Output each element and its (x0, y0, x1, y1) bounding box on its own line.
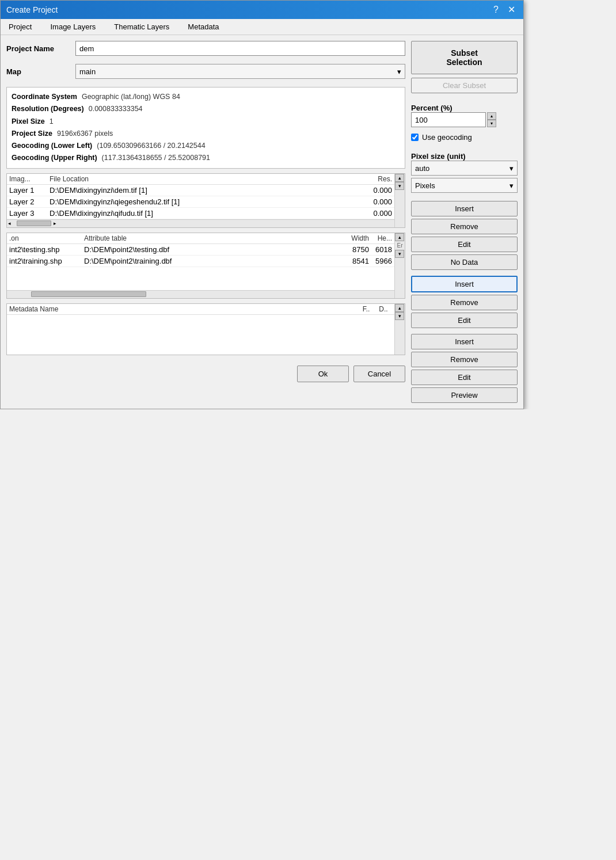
metadata-insert-button[interactable]: Insert (411, 334, 518, 349)
hscroll-left-btn[interactable]: ◂ (8, 220, 11, 226)
window-title: Create Project (6, 5, 58, 14)
use-geocoding-checkbox[interactable] (411, 134, 419, 141)
title-bar: Create Project ? ✕ (1, 1, 523, 19)
th-row1-width: 8750 (340, 245, 369, 254)
metadata-vscroll[interactable]: ▴ ▾ (394, 304, 405, 355)
image-layer-row[interactable]: Layer 3 D:\DEM\dixingyinzi\qifudu.tif [1… (7, 208, 394, 219)
img-row2-res: 0.000 (363, 197, 392, 206)
map-value: main (79, 67, 96, 76)
pixel-value: 1 (50, 116, 54, 128)
close-button[interactable]: ✕ (505, 4, 518, 16)
percent-input[interactable] (411, 112, 486, 127)
hscroll-thumb[interactable] (17, 220, 51, 226)
metadata-table: Metadata Name F.. D.. (7, 304, 394, 355)
thematic-layer-row[interactable]: int2\testing.shp D:\DEM\point2\testing.d… (7, 244, 394, 256)
thematic-layers-hscroll[interactable] (7, 290, 394, 298)
ok-button[interactable]: Ok (297, 366, 349, 382)
metadata-edit-button[interactable]: Edit (411, 370, 518, 385)
th-row1-on: int2\testing.shp (9, 245, 84, 254)
thematic-layers-header: .on Attribute table Width He... (7, 233, 394, 244)
menu-thematic-layers[interactable]: Thematic Layers (111, 21, 173, 32)
th-col-he: He... (369, 234, 392, 242)
meta-col-d: D.. (375, 305, 392, 313)
img-row2-name: Layer 2 (9, 197, 50, 206)
image-insert-button[interactable]: Insert (411, 201, 518, 216)
menu-image-layers[interactable]: Image Layers (47, 21, 99, 32)
ur-label: Geocoding (Upper Right) (12, 152, 97, 164)
th-vscroll-up-btn[interactable]: ▴ (395, 233, 404, 241)
meta-col-f: F.. (358, 305, 375, 313)
image-remove-button[interactable]: Remove (411, 219, 518, 234)
percent-spin-down[interactable]: ▾ (487, 120, 496, 127)
info-box: Coordinate System Geographic (lat./long)… (6, 87, 405, 169)
info-coord-row: Coordinate System Geographic (lat./long)… (12, 91, 400, 103)
subset-selection-button[interactable]: SubsetSelection (411, 41, 518, 74)
percent-section: Percent (%) ▴ ▾ (411, 101, 518, 127)
th-row1-he: 6018 (369, 245, 392, 254)
img-col-res: Res. (363, 175, 392, 183)
title-bar-controls: ? ✕ (491, 4, 518, 16)
project-size-label: Project Size (12, 128, 52, 140)
img-row3-name: Layer 3 (9, 209, 50, 218)
img-row3-file: D:\DEM\dixingyinzi\qifudu.tif [1] (50, 209, 363, 218)
meta-vscroll-up-btn[interactable]: ▴ (395, 304, 404, 312)
info-project-size-row: Project Size 9196x6367 pixels (12, 128, 400, 140)
map-row: Map main ▾ (6, 64, 405, 79)
hscroll-right-btn[interactable]: ▸ (54, 220, 56, 226)
image-layer-row[interactable]: Layer 1 D:\DEM\dixingyinzi\dem.tif [1] 0… (7, 185, 394, 196)
vscroll-down-btn[interactable]: ▾ (395, 182, 404, 190)
th-vscroll-label: Er (395, 241, 405, 250)
auto-value: auto (415, 164, 429, 173)
percent-spin-up[interactable]: ▴ (487, 112, 496, 120)
info-ur-row: Geocoding (Upper Right) (117.31364318655… (12, 152, 400, 164)
thematic-layer-buttons: Insert Remove Edit (411, 276, 518, 328)
pixels-dropdown[interactable]: Pixels ▾ (411, 178, 518, 193)
menu-metadata[interactable]: Metadata (184, 21, 222, 32)
pixel-label: Pixel Size (12, 116, 45, 128)
clear-subset-button[interactable]: Clear Subset (411, 78, 518, 93)
metadata-buttons: Insert Remove Edit Preview (411, 334, 518, 403)
auto-dropdown[interactable]: auto ▾ (411, 161, 518, 176)
image-layers-hscroll[interactable]: ◂ ▸ (7, 219, 394, 227)
metadata-remove-button[interactable]: Remove (411, 352, 518, 367)
thematic-layer-row[interactable]: int2\training.shp D:\DEM\point2\training… (7, 256, 394, 267)
left-panel: Project Name dem Map main ▾ Coordinate S… (6, 41, 405, 403)
image-layer-row[interactable]: Layer 2 D:\DEM\dixingyinzi\qiegeshendu2.… (7, 196, 394, 208)
thematic-layers-vscroll[interactable]: ▴ Er ▾ (394, 233, 405, 298)
th-hscroll-thumb[interactable] (31, 291, 146, 297)
cancel-button[interactable]: Cancel (353, 366, 405, 382)
coord-label: Coordinate System (12, 91, 77, 103)
vscroll-up-btn[interactable]: ▴ (395, 174, 404, 182)
thematic-layers-table: .on Attribute table Width He... int2\tes… (7, 233, 394, 298)
image-edit-button[interactable]: Edit (411, 237, 518, 252)
pixel-size-section: Pixel size (unit) auto ▾ Pixels ▾ (411, 150, 518, 195)
main-window: Create Project ? ✕ Project Image Layers … (0, 0, 524, 409)
map-dropdown[interactable]: main ▾ (75, 64, 405, 79)
th-row2-width: 8541 (340, 257, 369, 265)
img-col-name: Imag... (9, 175, 50, 183)
img-row3-res: 0.000 (363, 209, 392, 218)
ll-value: (109.650309663166 / 20.2142544 (97, 140, 205, 152)
thematic-edit-button[interactable]: Edit (411, 313, 518, 328)
res-label: Resolution (Degrees) (12, 103, 84, 115)
metadata-section: Metadata Name F.. D.. ▴ ▾ (6, 303, 405, 355)
thematic-insert-button[interactable]: Insert (411, 276, 518, 292)
img-row2-file: D:\DEM\dixingyinzi\qiegeshendu2.tif [1] (50, 197, 363, 206)
image-layers-vscroll[interactable]: ▴ ▾ (394, 174, 405, 227)
use-geocoding-row: Use geocoding (411, 133, 518, 142)
th-vscroll-down-btn[interactable]: ▾ (395, 250, 404, 258)
help-button[interactable]: ? (491, 4, 501, 16)
pixels-dropdown-icon: ▾ (509, 181, 514, 190)
menu-project[interactable]: Project (5, 21, 35, 32)
pixels-value: Pixels (415, 181, 435, 190)
metadata-preview-button[interactable]: Preview (411, 387, 518, 403)
th-row2-on: int2\training.shp (9, 257, 84, 265)
meta-vscroll-down-btn[interactable]: ▾ (395, 312, 404, 320)
th-col-on: .on (9, 234, 84, 242)
auto-dropdown-icon: ▾ (509, 164, 514, 173)
project-name-input[interactable]: dem (75, 41, 405, 56)
percent-spinner: ▴ ▾ (487, 112, 496, 127)
image-no-data-button[interactable]: No Data (411, 254, 518, 270)
pixel-size-label: Pixel size (unit) (411, 152, 518, 161)
thematic-remove-button[interactable]: Remove (411, 295, 518, 310)
